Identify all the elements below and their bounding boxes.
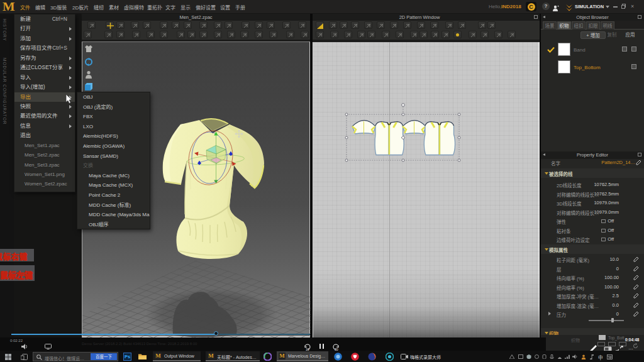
svg-text:10: 10: [306, 347, 309, 351]
svg-text:30: 30: [335, 347, 338, 351]
